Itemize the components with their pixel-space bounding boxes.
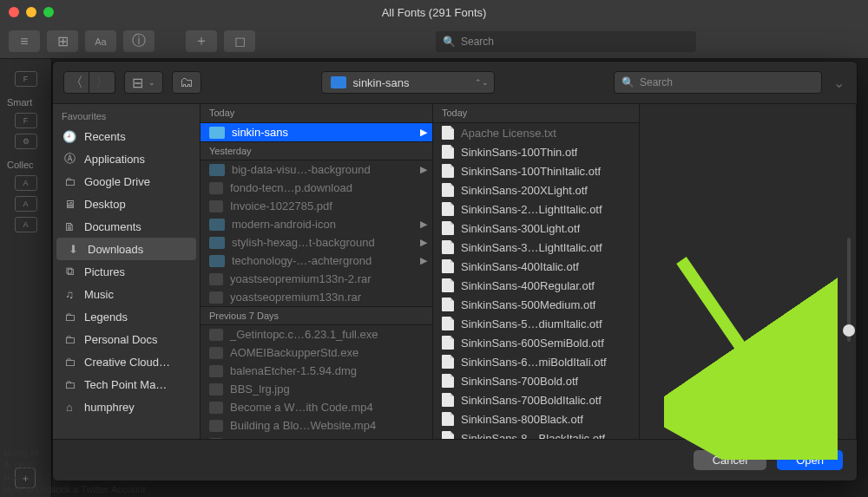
file-row[interactable]: SinkinSans-800Black.otf [433, 409, 639, 428]
file-label: SinkinSans-8…BlackItalic.otf [461, 432, 605, 440]
file-row[interactable]: Building a Blo…Website.mp4 [201, 416, 432, 435]
file-row[interactable]: Etcher_1_5_79.dmg [201, 435, 432, 439]
file-row[interactable]: modern-android-icon▶ [201, 215, 432, 233]
sidebar-item-downloads[interactable]: ⬇Downloads [56, 238, 196, 260]
view-mode-selector[interactable]: ⊟ ⌄ [124, 71, 163, 94]
file-row[interactable]: SinkinSans-200XLight.otf [433, 180, 639, 199]
toolbar-info-icon[interactable]: ⓘ [123, 30, 155, 52]
path-control[interactable]: sinkin-sans ⌃⌄ [321, 71, 495, 94]
sidebar-item-music[interactable]: ♫Music [53, 283, 200, 305]
bg-sidebar-item[interactable]: F [15, 113, 37, 128]
sidebar-item-personal-docs[interactable]: 🗀Personal Docs [53, 328, 200, 350]
photo-icon: ⧉ [62, 265, 77, 278]
sidebar-item-desktop[interactable]: 🖥Desktop [53, 193, 200, 215]
file-row[interactable]: SinkinSans-2…LightItalic.otf [433, 199, 639, 219]
dialog-footer: Cancel Open [53, 439, 857, 481]
bg-sidebar-item[interactable]: F [15, 71, 37, 87]
document-icon [442, 317, 454, 330]
file-row[interactable]: Apache License.txt [433, 123, 639, 142]
file-row[interactable]: SinkinSans-400Regular.otf [433, 276, 639, 295]
document-icon [442, 259, 454, 273]
file-row[interactable]: SinkinSans-400Italic.otf [433, 257, 639, 276]
file-row[interactable]: SinkinSans-700Bold.otf [433, 371, 639, 390]
file-row[interactable]: fondo-tecn…p.download [201, 179, 432, 197]
bg-sidebar-gear-icon[interactable]: ⚙ [15, 134, 37, 149]
sidebar-item-tech-point-ma-[interactable]: 🗀Tech Point Ma… [53, 373, 200, 396]
sidebar-item-label: Tech Point Ma… [84, 378, 167, 391]
file-row[interactable]: AOMEIBackupperStd.exe [201, 343, 432, 362]
file-row[interactable]: Invoice-1022785.pdf [201, 197, 432, 215]
file-row[interactable]: techonology-…-achtergrond▶ [201, 252, 432, 270]
nav-back-button[interactable]: 〈 [63, 71, 89, 94]
file-label: Invoice-1022785.pdf [230, 199, 332, 213]
sidebar-item-label: Pictures [84, 265, 125, 278]
updown-icon: ⌃⌄ [475, 78, 489, 87]
dialog-search-input[interactable]: 🔍 Search [614, 71, 822, 94]
folder-icon [209, 127, 225, 139]
file-row[interactable]: SinkinSans-6…miBoldItali.otf [433, 352, 639, 371]
document-icon [442, 164, 454, 178]
file-icon [209, 200, 223, 213]
search-placeholder: Search [461, 36, 494, 48]
folder-contents-column: Today Apache License.txtSinkinSans-100Th… [433, 104, 640, 439]
sidebar-item-documents[interactable]: 🗎Documents [53, 215, 200, 238]
file-row[interactable]: SinkinSans-100ThinItalic.otf [433, 161, 639, 180]
file-label: _Getintopc.c…6.23.1_full.exe [230, 328, 378, 341]
file-row[interactable]: SinkinSans-100Thin.otf [433, 142, 639, 161]
folder-icon [209, 219, 225, 231]
file-row[interactable]: Become a W…ith Code.mp4 [201, 398, 432, 416]
action-menu-button[interactable]: 🗂 [172, 71, 201, 94]
file-label: big-data-visu…-background [232, 163, 371, 176]
file-label: balenaEtcher-1.5.94.dmg [230, 364, 357, 377]
file-row[interactable]: yoastseopremium133n-2.rar [201, 270, 432, 288]
toolbar-grid-icon[interactable]: ⊞ [47, 30, 78, 52]
file-row[interactable]: BBS_lrg.jpg [201, 380, 432, 398]
sidebar-item-google-drive[interactable]: 🗀Google Drive [53, 170, 200, 193]
file-row[interactable]: SinkinSans-3…LightItalic.otf [433, 238, 639, 257]
sidebar-item-label: Music [84, 288, 114, 301]
toolbar-add-button[interactable]: ＋ [186, 30, 217, 52]
sidebar-item-recents[interactable]: 🕘Recents [53, 125, 200, 147]
file-label: AOMEIBackupperStd.exe [230, 346, 358, 359]
sidebar-item-humphrey[interactable]: ⌂humphrey [53, 396, 200, 418]
cancel-button[interactable]: Cancel [694, 450, 766, 470]
file-row[interactable]: sinkin-sans▶ [201, 123, 432, 141]
file-row[interactable]: yoastseopremium133n.rar [201, 288, 432, 306]
file-label: SinkinSans-300Light.otf [461, 222, 580, 235]
file-row[interactable]: SinkinSans-300Light.otf [433, 219, 639, 238]
file-row[interactable]: SinkinSans-500Medium.otf [433, 295, 639, 314]
file-row[interactable]: stylish-hexag…t-background▶ [201, 233, 432, 252]
background-sidebar: F Smart F ⚙ Collec A A A ＋ [0, 59, 52, 497]
main-search-input[interactable]: 🔍 Search [436, 31, 696, 52]
favourites-sidebar: Favourites 🕘RecentsⒶApplications🗀Google … [53, 104, 201, 439]
bg-sidebar-item[interactable]: A [15, 175, 37, 191]
bg-sidebar-item[interactable]: A [15, 196, 37, 212]
sidebar-item-legends[interactable]: 🗀Legends [53, 305, 200, 328]
file-label: techonology-…-achtergrond [232, 254, 372, 267]
file-row[interactable]: SinkinSans-600SemiBold.otf [433, 333, 639, 352]
file-row[interactable]: SinkinSans-700BoldItalic.otf [433, 390, 639, 409]
bg-sidebar-item[interactable]: A [15, 217, 37, 232]
document-icon [442, 393, 454, 407]
sidebar-item-applications[interactable]: ⒶApplications [53, 147, 200, 170]
open-button[interactable]: Open [777, 450, 843, 470]
file-row[interactable]: balenaEtcher-1.5.94.dmg [201, 362, 432, 380]
file-label: SinkinSans-2…LightItalic.otf [461, 203, 602, 216]
column-view-icon: ⊟ [132, 75, 143, 91]
toolbar-aa-icon[interactable]: Aa [85, 30, 116, 52]
volume-slider-knob[interactable] [843, 324, 855, 337]
volume-slider-icon[interactable]: ⌄ [831, 75, 846, 91]
file-row[interactable]: big-data-visu…-background▶ [201, 160, 432, 179]
toolbar-list-icon[interactable]: ≡ [9, 30, 40, 52]
nav-forward-button[interactable]: 〉 [89, 71, 115, 94]
toolbar-stop-icon[interactable]: ◻ [224, 30, 255, 52]
sidebar-item-creative-cloud-[interactable]: 🗀Creative Cloud… [53, 350, 200, 373]
file-icon [209, 347, 223, 359]
clock-icon: 🕘 [62, 129, 77, 143]
file-label: SinkinSans-5…diumItalic.otf [461, 317, 602, 330]
sidebar-item-pictures[interactable]: ⧉Pictures [53, 260, 200, 283]
file-row[interactable]: SinkinSans-5…diumItalic.otf [433, 314, 639, 333]
file-row[interactable]: _Getintopc.c…6.23.1_full.exe [201, 325, 432, 343]
file-row[interactable]: SinkinSans-8…BlackItalic.otf [433, 428, 639, 439]
home-icon: ⌂ [62, 400, 77, 414]
